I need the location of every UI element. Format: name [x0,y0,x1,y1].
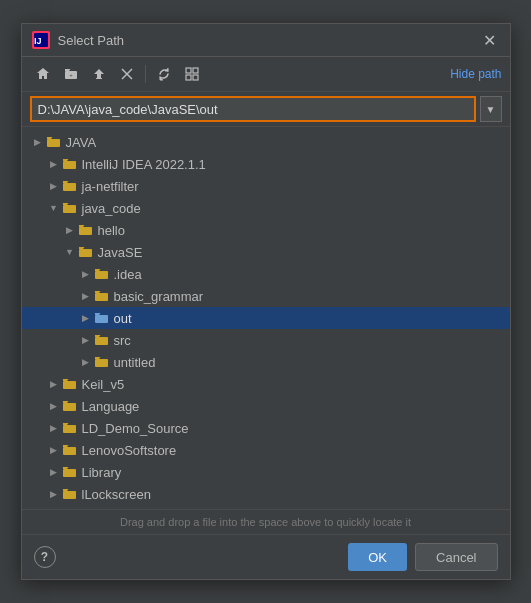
expand-icon: ▶ [46,376,62,392]
svg-rect-14 [63,183,76,191]
tree-item[interactable]: ▶ JAVA [22,131,510,153]
title-bar: IJ Select Path ✕ [22,24,510,57]
svg-rect-13 [63,161,76,169]
svg-rect-26 [63,447,76,455]
expand-icon: ▶ [78,354,94,370]
expand-icon: ▶ [46,442,62,458]
path-input[interactable] [30,96,476,122]
dialog-title: Select Path [58,33,472,48]
expand-icon: ▶ [46,156,62,172]
svg-rect-15 [63,205,76,213]
folder-icon [94,266,110,282]
hide-path-link[interactable]: Hide path [450,67,501,81]
svg-rect-9 [193,68,198,73]
folder-icon [94,354,110,370]
cancel-button[interactable]: Cancel [415,543,497,571]
tree-item-label: LenovoSoftstore [82,443,177,458]
svg-rect-8 [186,68,191,73]
file-tree: ▶ JAVA ▶ IntelliJ IDEA 2022.1.1 ▶ ja-net… [22,127,510,509]
expand-icon: ▶ [30,134,46,150]
tree-item[interactable]: ▼ JavaSE [22,241,510,263]
tree-item-label: ja-netfilter [82,179,139,194]
close-button[interactable]: ✕ [480,30,500,50]
tree-item[interactable]: ▶ hello [22,219,510,241]
svg-rect-18 [95,271,108,279]
svg-rect-10 [186,75,191,80]
tree-item-label: src [114,333,131,348]
path-bar: ▼ [22,92,510,127]
svg-rect-12 [47,139,60,147]
folder-icon [46,134,62,150]
tree-item-selected[interactable]: ▶ out [22,307,510,329]
tree-item[interactable]: ▶ Language [22,395,510,417]
app-icon: IJ [32,31,50,49]
tree-item[interactable]: ▶ untitled [22,351,510,373]
tree-item[interactable]: ▶ basic_grammar [22,285,510,307]
svg-rect-5 [96,78,102,79]
folder-icon [94,332,110,348]
expand-icon: ▶ [78,266,94,282]
tree-item-label: untitled [114,355,156,370]
expand-icon: ▶ [46,178,62,194]
folder-icon [62,398,78,414]
tree-item[interactable]: ▶ ja-netfilter [22,175,510,197]
tree-item-label: IntelliJ IDEA 2022.1.1 [82,157,206,172]
folder-icon [62,156,78,172]
expand-icon: ▼ [46,200,62,216]
expand-icon: ▶ [46,398,62,414]
folder-icon [62,200,78,216]
expand-icon: ▼ [62,244,78,260]
footer: ? OK Cancel [22,534,510,579]
tree-item-label: basic_grammar [114,289,204,304]
expand-icon: ▶ [78,310,94,326]
tree-item[interactable]: ▶ LenovoSoftstore [22,439,510,461]
svg-rect-22 [95,359,108,367]
tree-item[interactable]: ▶ Keil_v5 [22,373,510,395]
folder-icon [62,486,78,502]
folder-icon [94,310,110,326]
svg-rect-21 [95,337,108,345]
tree-item-label: lLockscreen [82,487,151,502]
folder-icon [78,222,94,238]
tree-item[interactable]: ▶ Library [22,461,510,483]
expand-icon: ▶ [62,222,78,238]
tree-item[interactable]: ▶ src [22,329,510,351]
folder-icon [78,244,94,260]
tree-item-label: out [114,311,132,326]
refresh-button[interactable] [151,61,177,87]
tree-item[interactable]: ▶ lLockscreen [22,483,510,505]
new-folder-button[interactable]: + [58,61,84,87]
svg-rect-19 [95,293,108,301]
folder-icon [94,288,110,304]
svg-rect-24 [63,403,76,411]
tree-item[interactable]: ▼ java_code [22,197,510,219]
help-button[interactable]: ? [34,546,56,568]
delete-button[interactable] [114,61,140,87]
svg-rect-27 [63,469,76,477]
expand-icon: ▶ [46,486,62,502]
svg-rect-28 [63,491,76,499]
svg-rect-16 [79,227,92,235]
tree-item-label: hello [98,223,125,238]
tree-item-label: java_code [82,201,141,216]
folder-icon [62,442,78,458]
tree-item-label: Library [82,465,122,480]
toolbar: + [22,57,510,92]
parent-folder-button[interactable] [86,61,112,87]
tree-item-label: Language [82,399,140,414]
tree-item[interactable]: ▶ IntelliJ IDEA 2022.1.1 [22,153,510,175]
tree-item[interactable]: ▶ LD_Demo_Source [22,417,510,439]
ok-button[interactable]: OK [348,543,407,571]
drag-hint: Drag and drop a file into the space abov… [22,509,510,534]
expand-icon: ▶ [46,420,62,436]
folder-icon [62,178,78,194]
path-dropdown-button[interactable]: ▼ [480,96,502,122]
select-path-dialog: IJ Select Path ✕ + [21,23,511,580]
tree-item-label: LD_Demo_Source [82,421,189,436]
expand-icon: ▶ [78,288,94,304]
expand-all-button[interactable] [179,61,205,87]
home-button[interactable] [30,61,56,87]
folder-icon [62,464,78,480]
tree-item[interactable]: ▶ .idea [22,263,510,285]
expand-icon: ▶ [46,464,62,480]
